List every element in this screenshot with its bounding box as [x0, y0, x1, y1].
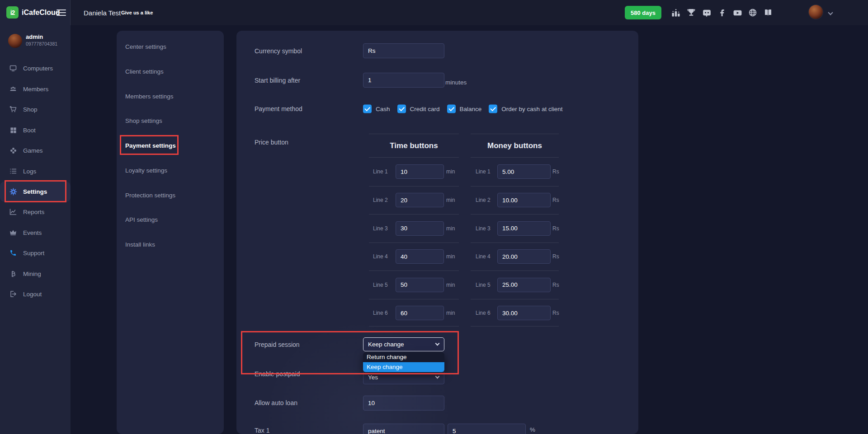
games-icon — [9, 146, 17, 154]
mining-icon — [9, 270, 17, 278]
line-label: Line 5 — [476, 282, 491, 288]
time-buttons-row-line-2: Line 2min — [369, 186, 459, 215]
prepaid-session-dropdown: Return changeKeep change — [363, 352, 444, 372]
tax1-label: Tax 1 — [255, 427, 269, 434]
logout-icon — [9, 290, 17, 298]
menu-toggle-icon[interactable] — [57, 9, 66, 18]
order-by-cash-at-client-checkbox[interactable] — [489, 105, 497, 113]
dropdown-option-return-change[interactable]: Return change — [363, 352, 444, 362]
sidebar-item-settings[interactable]: Settings — [0, 184, 71, 199]
money-buttons-line-6-input[interactable] — [497, 306, 551, 320]
time-buttons-line-3-input[interactable] — [396, 221, 444, 236]
sidebar-item-reports[interactable]: Reports — [0, 204, 71, 219]
money-buttons-line-1-input[interactable] — [497, 164, 551, 179]
time-buttons-header: Time buttons — [369, 134, 459, 158]
money-buttons-line-2-input[interactable] — [497, 193, 551, 207]
money-buttons-line-5-input[interactable] — [497, 278, 551, 292]
sidebar-item-label: Computers — [23, 65, 53, 72]
cash-checkbox[interactable] — [363, 105, 372, 113]
tax1-rate-input[interactable] — [448, 424, 526, 434]
sidebar-item-label: Boot — [23, 127, 36, 134]
unit-label: min — [446, 282, 455, 288]
unit-label: Rs — [552, 197, 559, 203]
logs-icon — [9, 167, 17, 175]
settings-nav-client-settings[interactable]: Client settings — [125, 64, 164, 79]
sidebar-item-shop[interactable]: Shop — [0, 102, 71, 117]
admin-avatar[interactable] — [8, 34, 22, 48]
leaderboard-icon[interactable] — [671, 8, 681, 18]
sidebar-item-logs[interactable]: Logs — [0, 163, 71, 179]
brand-logo-icon[interactable]: i2 — [6, 6, 19, 19]
start-billing-input[interactable] — [363, 73, 444, 88]
time-buttons-line-6-input[interactable] — [396, 306, 444, 320]
sidebar-item-events[interactable]: Events — [0, 225, 71, 240]
currency-symbol-input[interactable] — [363, 43, 444, 58]
boot-icon — [9, 126, 17, 134]
globe-icon[interactable] — [748, 8, 758, 18]
sidebar-item-games[interactable]: Games — [0, 143, 71, 158]
sidebar-item-label: Reports — [23, 209, 44, 215]
settings-nav-protection-settings[interactable]: Protection settings — [125, 188, 175, 202]
sidebar-item-members[interactable]: Members — [0, 81, 71, 97]
sidebar-item-label: Mining — [23, 271, 41, 277]
settings-nav-loyalty-settings[interactable]: Loyalty settings — [125, 163, 167, 177]
give-us-a-like-link[interactable]: Give us a like — [121, 0, 153, 25]
time-buttons-line-5-input[interactable] — [396, 278, 444, 292]
subscription-days-badge[interactable]: 580 days — [625, 6, 661, 19]
checkbox-label: Order by cash at client — [501, 106, 562, 112]
line-label: Line 1 — [373, 168, 388, 175]
settings-nav-payment-settings[interactable]: Payment settings — [125, 138, 176, 153]
sidebar-item-support[interactable]: Support — [0, 245, 71, 261]
money-buttons-line-3-input[interactable] — [497, 221, 551, 236]
sidebar-item-label: Support — [23, 250, 44, 257]
currency-symbol-label: Currency symbol — [255, 47, 302, 55]
payment-method-label: Payment method — [255, 105, 302, 112]
sidebar-item-logout[interactable]: Logout — [0, 286, 71, 302]
unit-label: Rs — [552, 225, 559, 232]
credit-card-checkbox[interactable] — [397, 105, 406, 113]
settings-nav-members-settings[interactable]: Members settings — [125, 89, 174, 103]
allow-auto-loan-input[interactable] — [363, 396, 444, 411]
manual-icon[interactable] — [763, 8, 773, 18]
time-buttons-line-4-input[interactable] — [396, 249, 444, 264]
unit-label: Rs — [552, 310, 559, 316]
sidebar-item-boot[interactable]: Boot — [0, 122, 71, 138]
prepaid-session-select[interactable]: Keep change — [363, 337, 444, 351]
sidebar-item-label: Logs — [23, 168, 36, 175]
facebook-icon[interactable] — [717, 8, 727, 18]
unit-label: min — [446, 253, 455, 260]
money-buttons-line-4-input[interactable] — [497, 249, 551, 264]
line-label: Line 3 — [476, 225, 491, 232]
checkbox-label: Balance — [460, 106, 482, 112]
members-icon — [9, 85, 17, 93]
settings-nav-center-settings[interactable]: Center settings — [125, 39, 166, 54]
icafecloud-admin: i2 iCafeCloud Daniela Test Give us a lik… — [0, 0, 868, 434]
time-buttons-line-2-input[interactable] — [396, 193, 444, 207]
user-avatar[interactable] — [809, 5, 823, 19]
discord-icon[interactable] — [702, 8, 712, 18]
settings-nav-shop-settings[interactable]: Shop settings — [125, 113, 162, 128]
cash-option: Cash — [363, 105, 390, 113]
line-label: Line 4 — [373, 253, 388, 260]
balance-checkbox[interactable] — [447, 105, 456, 113]
youtube-icon[interactable] — [732, 8, 742, 18]
unit-label: min — [446, 225, 455, 232]
checkbox-label: Credit card — [410, 106, 440, 112]
chevron-down-icon[interactable] — [828, 10, 833, 15]
trophy-icon[interactable] — [686, 8, 696, 18]
time-buttons-row-line-6: Line 6min — [369, 299, 459, 327]
prepaid-session-value: Keep change — [368, 341, 404, 348]
settings-nav-api-settings[interactable]: API settings — [125, 212, 158, 227]
money-buttons-row-line-1: Line 1Rs — [471, 158, 559, 186]
time-buttons-line-1-input[interactable] — [396, 164, 444, 179]
sidebar-item-computers[interactable]: Computers — [0, 61, 71, 76]
settings-nav-install-links[interactable]: Install links — [125, 237, 155, 252]
support-icon — [9, 249, 17, 257]
settings-nav-panel: Center settingsClient settingsMembers se… — [117, 31, 224, 434]
credit-card-option: Credit card — [397, 105, 440, 113]
money-buttons-row-line-2: Line 2Rs — [471, 186, 559, 215]
enable-postpaid-select[interactable]: Yes — [363, 370, 444, 384]
dropdown-option-keep-change[interactable]: Keep change — [363, 362, 444, 372]
tax1-name-input[interactable] — [363, 424, 444, 434]
sidebar-item-mining[interactable]: Mining — [0, 266, 71, 281]
